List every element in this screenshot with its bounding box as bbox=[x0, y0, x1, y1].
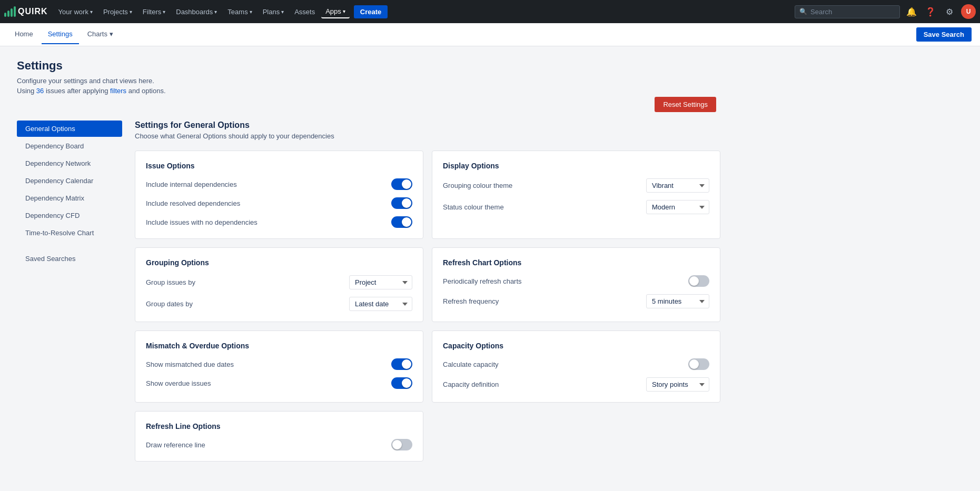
show-overdue-label: Show overdue issues bbox=[146, 379, 211, 387]
grouping-options-panel: Grouping Options Group issues by Project… bbox=[135, 247, 423, 322]
refresh-frequency-select[interactable]: 1 minute 5 minutes 10 minutes 30 minutes bbox=[646, 294, 709, 308]
capacity-definition-select[interactable]: Story points Time Issue count bbox=[646, 377, 709, 392]
sidebar-item-general-options[interactable]: General Options bbox=[17, 121, 122, 137]
refresh-chart-title: Refresh Chart Options bbox=[443, 258, 709, 267]
chevron-down-icon: ▾ bbox=[130, 9, 132, 15]
page-description: Configure your settings and chart views … bbox=[17, 77, 720, 85]
subnav-settings[interactable]: Settings bbox=[42, 25, 79, 44]
chevron-down-icon: ▾ bbox=[163, 9, 165, 15]
help-button[interactable]: ❓ bbox=[923, 4, 938, 19]
reset-settings-button[interactable]: Reset Settings bbox=[655, 97, 716, 112]
filters-link[interactable]: filters bbox=[110, 87, 126, 95]
settings-layout: General Options Dependency Board Depende… bbox=[17, 121, 720, 462]
sidebar-item-saved-searches[interactable]: Saved Searches bbox=[17, 250, 122, 267]
chevron-down-icon: ▾ bbox=[110, 30, 113, 38]
grouping-colour-select[interactable]: Vibrant Pastel Monochrome bbox=[646, 178, 709, 193]
calculate-capacity-toggle[interactable] bbox=[688, 358, 709, 370]
issues-count-link[interactable]: 36 bbox=[36, 87, 44, 95]
page-title: Settings bbox=[17, 59, 720, 73]
logo-icon bbox=[4, 6, 16, 17]
chevron-down-icon: ▾ bbox=[250, 9, 252, 15]
issues-note: Using 36 issues after applying filters a… bbox=[17, 87, 720, 95]
panels-grid: Issue Options Include internal dependenc… bbox=[135, 151, 720, 462]
include-resolved-toggle[interactable] bbox=[391, 197, 412, 209]
create-button[interactable]: Create bbox=[354, 5, 388, 18]
periodically-refresh-label: Periodically refresh charts bbox=[443, 277, 522, 285]
refresh-frequency-row: Refresh frequency 1 minute 5 minutes 10 … bbox=[443, 294, 709, 308]
nav-projects[interactable]: Projects ▾ bbox=[99, 6, 136, 18]
subnav-charts[interactable]: Charts ▾ bbox=[81, 25, 120, 44]
sidebar-item-dependency-calendar[interactable]: Dependency Calendar bbox=[17, 173, 122, 189]
mismatch-options-title: Mismatch & Overdue Options bbox=[146, 342, 412, 350]
chevron-down-icon: ▾ bbox=[281, 9, 284, 15]
nav-filters[interactable]: Filters ▾ bbox=[138, 6, 170, 18]
sidebar-item-dependency-network[interactable]: Dependency Network bbox=[17, 155, 122, 172]
search-icon: 🔍 bbox=[799, 8, 807, 15]
nav-dashboards[interactable]: Dashboards ▾ bbox=[172, 6, 221, 18]
nav-right-section: 🔍 Search 🔔 ❓ ⚙ U bbox=[795, 4, 976, 19]
group-dates-row: Group dates by Latest date Earliest date… bbox=[146, 297, 412, 311]
app-logo[interactable]: QUIRK bbox=[4, 6, 48, 17]
draw-reference-row: Draw reference line bbox=[146, 439, 412, 450]
include-no-deps-row: Include issues with no dependencies bbox=[146, 216, 412, 228]
include-internal-label: Include internal dependencies bbox=[146, 181, 237, 188]
section-title: Settings for General Options bbox=[135, 121, 720, 130]
mismatched-due-dates-label: Show mismatched due dates bbox=[146, 360, 234, 368]
include-resolved-label: Include resolved dependencies bbox=[146, 199, 240, 207]
periodically-refresh-row: Periodically refresh charts bbox=[443, 275, 709, 287]
reset-button-container: Reset Settings bbox=[17, 97, 720, 112]
display-options-title: Display Options bbox=[443, 162, 709, 170]
capacity-definition-row: Capacity definition Story points Time Is… bbox=[443, 377, 709, 392]
group-issues-label: Group issues by bbox=[146, 278, 195, 286]
section-header: Settings for General Options Choose what… bbox=[135, 121, 720, 140]
nav-plans[interactable]: Plans ▾ bbox=[259, 6, 289, 18]
sidebar-item-dependency-board[interactable]: Dependency Board bbox=[17, 138, 122, 154]
app-name: QUIRK bbox=[18, 7, 48, 16]
notifications-button[interactable]: 🔔 bbox=[904, 4, 919, 19]
chevron-down-icon: ▾ bbox=[90, 9, 93, 15]
calculate-capacity-row: Calculate capacity bbox=[443, 358, 709, 370]
mismatched-due-dates-toggle[interactable] bbox=[391, 358, 412, 370]
nav-your-work[interactable]: Your work ▾ bbox=[54, 6, 97, 18]
display-options-panel: Display Options Grouping colour theme Vi… bbox=[432, 151, 720, 239]
refresh-line-options-panel: Refresh Line Options Draw reference line bbox=[135, 411, 423, 462]
status-colour-label: Status colour theme bbox=[443, 203, 504, 211]
include-internal-toggle[interactable] bbox=[391, 178, 412, 190]
nav-apps[interactable]: Apps ▾ bbox=[321, 5, 350, 18]
show-overdue-row: Show overdue issues bbox=[146, 377, 412, 389]
status-colour-row: Status colour theme Modern Classic Dark bbox=[443, 200, 709, 214]
group-dates-select[interactable]: Latest date Earliest date Due date bbox=[349, 297, 412, 311]
include-no-deps-toggle[interactable] bbox=[391, 216, 412, 228]
chevron-down-icon: ▾ bbox=[214, 9, 217, 15]
capacity-options-title: Capacity Options bbox=[443, 342, 709, 350]
nav-assets[interactable]: Assets bbox=[290, 6, 319, 18]
subnav-home[interactable]: Home bbox=[8, 25, 39, 44]
sidebar-item-dependency-cfd[interactable]: Dependency CFD bbox=[17, 207, 122, 224]
settings-button[interactable]: ⚙ bbox=[942, 4, 957, 19]
periodically-refresh-toggle[interactable] bbox=[688, 275, 709, 287]
status-colour-select[interactable]: Modern Classic Dark bbox=[646, 200, 709, 214]
save-search-button[interactable]: Save Search bbox=[916, 27, 972, 42]
avatar[interactable]: U bbox=[961, 4, 976, 19]
nav-teams[interactable]: Teams ▾ bbox=[223, 6, 256, 18]
include-resolved-row: Include resolved dependencies bbox=[146, 197, 412, 209]
calculate-capacity-label: Calculate capacity bbox=[443, 360, 499, 368]
capacity-options-panel: Capacity Options Calculate capacity Capa… bbox=[432, 330, 720, 403]
group-issues-select[interactable]: Project Epic Assignee Sprint bbox=[349, 275, 412, 289]
sidebar-item-time-to-resolve[interactable]: Time-to-Resolve Chart bbox=[17, 225, 122, 241]
mismatch-options-panel: Mismatch & Overdue Options Show mismatch… bbox=[135, 330, 423, 403]
capacity-definition-label: Capacity definition bbox=[443, 380, 499, 388]
show-overdue-toggle[interactable] bbox=[391, 377, 412, 389]
sub-navigation: Home Settings Charts ▾ Save Search bbox=[0, 23, 980, 46]
draw-reference-toggle[interactable] bbox=[391, 439, 412, 450]
sidebar-item-dependency-matrix[interactable]: Dependency Matrix bbox=[17, 190, 122, 206]
group-issues-row: Group issues by Project Epic Assignee Sp… bbox=[146, 275, 412, 289]
include-no-deps-label: Include issues with no dependencies bbox=[146, 218, 258, 226]
grouping-options-title: Grouping Options bbox=[146, 258, 412, 267]
mismatched-due-dates-row: Show mismatched due dates bbox=[146, 358, 412, 370]
search-box[interactable]: 🔍 Search bbox=[795, 5, 900, 18]
refresh-chart-options-panel: Refresh Chart Options Periodically refre… bbox=[432, 247, 720, 322]
draw-reference-label: Draw reference line bbox=[146, 441, 205, 449]
section-subtitle: Choose what General Options should apply… bbox=[135, 132, 720, 140]
settings-sidebar: General Options Dependency Board Depende… bbox=[17, 121, 122, 462]
